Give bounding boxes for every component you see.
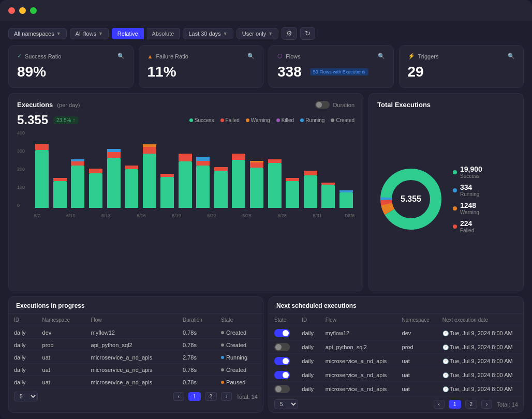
total-executions-title: Total Executions	[377, 101, 515, 109]
exec-duration: 0.78s	[178, 364, 216, 376]
date-range-selector[interactable]: Last 30 days ▼	[183, 28, 233, 39]
bar-group-3	[87, 130, 105, 208]
duration-switch[interactable]	[315, 101, 330, 109]
exec-namespace: uat	[37, 364, 86, 376]
bar-group-14	[284, 130, 301, 208]
sched-prev-page-btn[interactable]: ‹	[434, 400, 445, 409]
sched-id: daily	[297, 368, 320, 382]
namespace-selector[interactable]: All namespaces ▼	[8, 28, 67, 39]
flows-value: 338	[277, 64, 302, 80]
exec-flow: microservice_a_nd_apis	[86, 364, 178, 376]
triggers-value: 29	[408, 64, 515, 80]
per-page-select[interactable]: 51020	[14, 392, 38, 401]
failure-ratio-title: ▲ Failure Ratio 🔍	[147, 53, 255, 59]
date-range-arrow: ▼	[223, 31, 228, 36]
col-id: ID	[9, 314, 37, 326]
exec-flow: microservice_a_nd_apis	[86, 351, 178, 364]
exec-flow: api_python_sql2	[86, 339, 178, 351]
toolbar: All namespaces ▼ All flows ▼ Relative Ab…	[8, 27, 524, 40]
flows-search-icon[interactable]: 🔍	[378, 53, 385, 59]
page-2-btn[interactable]: 2	[205, 392, 217, 401]
chart-badge: 23.5% ↑	[53, 116, 78, 124]
sched-namespace: uat	[397, 354, 437, 368]
prev-page-btn[interactable]: ‹	[173, 392, 184, 401]
badge-value: 23.5%	[56, 117, 71, 123]
sched-date: 🕐Tue, Jul 9, 2024 8:00 AM	[437, 368, 523, 382]
next-scheduled-title: Next scheduled executions	[269, 297, 523, 314]
sched-namespace: prod	[397, 340, 437, 354]
exec-duration: 0.78s	[178, 339, 216, 351]
sched-per-page-select[interactable]: 51020	[274, 399, 298, 409]
refresh-icon-button[interactable]: ↻	[300, 27, 315, 40]
duration-toggle[interactable]: Duration	[315, 101, 354, 109]
sched-page-1-btn[interactable]: 1	[449, 400, 461, 409]
state-toggle-on[interactable]	[274, 357, 290, 365]
exec-state: Running	[216, 351, 263, 364]
sched-page-2-btn[interactable]: 2	[465, 400, 478, 409]
page-1-btn[interactable]: 1	[188, 392, 201, 401]
exec-duration: 2.78s	[178, 351, 216, 364]
triggers-search-icon[interactable]: 🔍	[508, 53, 515, 59]
flows-label: Flows	[286, 53, 301, 59]
bar-group-4	[105, 130, 122, 208]
namespace-arrow: ▼	[56, 31, 61, 36]
filter-icon-button[interactable]: ⚙	[282, 27, 297, 40]
sched-date: 🕐Tue, Jul 9, 2024 8:00 AM	[437, 340, 523, 354]
bar-group-11	[230, 130, 247, 208]
success-icon: ✓	[17, 53, 22, 59]
maximize-button[interactable]	[30, 7, 37, 14]
sched-flow: api_python_sql2	[320, 340, 397, 354]
relative-button[interactable]: Relative	[112, 28, 144, 39]
stats-row: ✓ Success Ratio 🔍 89% ▲ Failure Ratio 🔍 …	[8, 45, 524, 88]
sched-state	[269, 340, 297, 354]
legend-failed: Failed	[220, 117, 240, 123]
arrow-up-icon: ↑	[72, 117, 75, 123]
scheduled-table: State ID Flow Namespace Next execution d…	[269, 314, 523, 396]
y-axis: 4003002001000	[17, 130, 32, 208]
bottom-row: Executions in progress ID Namespace Flow…	[8, 296, 524, 413]
minimize-button[interactable]	[19, 7, 26, 14]
exec-id: daily	[9, 326, 37, 339]
sched-flow: microservice_a_nd_apis	[320, 354, 397, 368]
success-ratio-search-icon[interactable]: 🔍	[117, 53, 125, 59]
exec-duration: 0.78s	[178, 376, 216, 388]
close-button[interactable]	[8, 7, 15, 14]
failure-ratio-card: ▲ Failure Ratio 🔍 11%	[139, 45, 264, 88]
sched-table-row: daily microservice_a_nd_apis uat 🕐Tue, J…	[269, 354, 523, 368]
legend-created: Created	[331, 117, 354, 123]
chart-title: Executions	[17, 101, 53, 109]
user-selector[interactable]: User only ▼	[237, 28, 278, 39]
state-toggle-on[interactable]	[274, 329, 290, 337]
legend-running: Running	[300, 117, 324, 123]
executions-table: ID Namespace Flow Duration State daily d…	[9, 314, 263, 388]
exec-flow: myflow12	[86, 326, 178, 339]
sched-state	[269, 382, 297, 396]
flows-card: ⬡ Flows 🔍 338 50 Flows with Executions	[269, 45, 394, 88]
user-arrow: ▼	[268, 31, 273, 36]
running-dot	[453, 188, 457, 192]
bar-chart: 4003002001000	[17, 130, 354, 218]
donut-center-value: 5.355	[401, 194, 421, 204]
failure-ratio-search-icon[interactable]: 🔍	[247, 53, 255, 59]
state-toggle-on[interactable]	[274, 371, 290, 379]
state-toggle-off[interactable]	[274, 343, 290, 351]
bar-group-12	[248, 130, 265, 208]
exec-namespace: prod	[37, 339, 86, 351]
state-toggle-off[interactable]	[274, 385, 290, 393]
flows-icon: ⬡	[277, 53, 283, 59]
relative-label: Relative	[117, 31, 138, 37]
chart-header: Executions (per day) Duration	[17, 101, 354, 109]
absolute-button[interactable]: Absolute	[147, 28, 180, 39]
sched-next-page-btn[interactable]: ›	[481, 400, 492, 409]
flows-selector[interactable]: All flows ▼	[70, 28, 109, 39]
bar-group-6	[141, 130, 158, 208]
sched-flow: myflow12	[320, 326, 397, 340]
exec-table-row: daily dev myflow12 0.78s Created	[9, 326, 263, 339]
sched-flow: microservice_a_nd_apis	[320, 382, 397, 396]
sched-state	[269, 326, 297, 340]
scheduled-table-footer: 51020 ‹ 1 2 › Total: 14	[269, 396, 523, 412]
sched-namespace: uat	[397, 382, 437, 396]
absolute-label: Absolute	[152, 31, 174, 37]
next-page-btn[interactable]: ›	[221, 392, 232, 401]
donut-area: 5.355 19,900 Success	[377, 115, 515, 283]
